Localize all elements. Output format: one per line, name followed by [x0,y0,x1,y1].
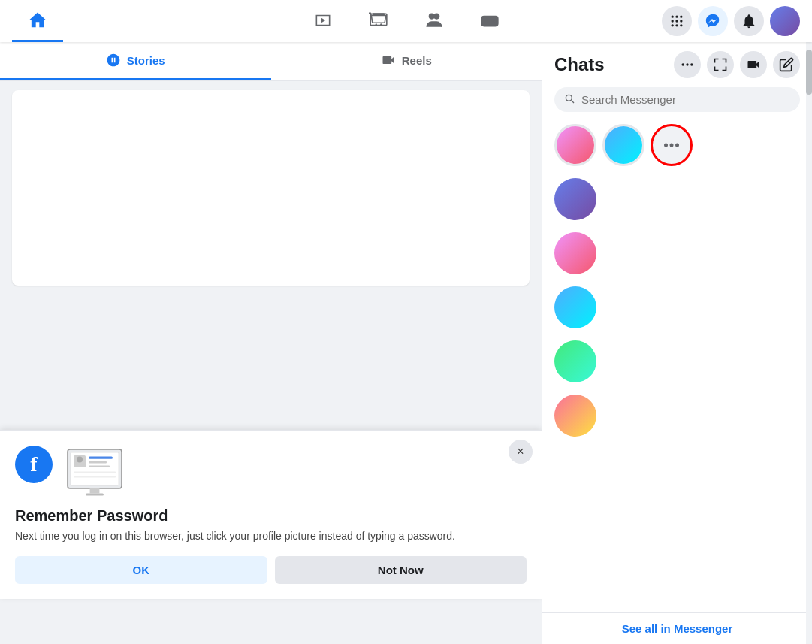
nav-tab-marketplace[interactable] [354,0,403,42]
chats-expand-button[interactable] [707,51,734,78]
popup-description: Next time you log in on this browser, ju… [15,529,527,544]
chats-more-button[interactable] [674,51,701,78]
popup-close-button[interactable]: × [509,440,533,464]
chats-header: Chats [542,42,812,84]
svg-point-30 [690,63,693,65]
apps-menu-button[interactable] [662,6,692,36]
chat-avatar-1 [554,178,596,220]
monitor-illustration [65,446,125,498]
feed-card [12,90,530,286]
svg-point-31 [664,144,668,147]
svg-point-20 [77,457,83,463]
reels-tab-label: Reels [402,54,432,67]
chat-item[interactable] [542,172,812,226]
chat-item[interactable] [542,389,812,443]
ok-button[interactable]: OK [15,556,267,584]
story-circle-1[interactable] [554,124,596,166]
tab-stories[interactable]: Stories [0,42,271,80]
svg-point-14 [672,24,674,26]
search-input[interactable] [554,87,800,112]
chats-compose-button[interactable] [773,51,800,78]
popup-title: Remember Password [15,507,527,525]
popup-buttons: OK Not Now [15,556,527,584]
svg-point-11 [672,20,674,22]
scrollbar-thumb[interactable] [806,50,812,95]
svg-point-3 [429,14,434,18]
see-all-messenger-button[interactable]: See all in Messenger [542,612,812,644]
svg-rect-27 [86,494,104,496]
story-circles-row [542,118,812,172]
nav-tab-home[interactable] [12,0,63,42]
chat-avatar-2 [554,232,596,274]
not-now-button[interactable]: Not Now [275,556,527,584]
chats-title: Chats [554,54,668,75]
facebook-logo: f [15,446,53,483]
chat-list [542,172,812,612]
svg-point-32 [670,144,674,147]
svg-point-8 [672,16,674,18]
svg-point-10 [680,16,682,18]
chats-sidebar: Chats [542,42,812,644]
chat-avatar-4 [554,340,596,382]
svg-point-33 [675,144,679,147]
feed-area: Stories Reels × f [0,42,542,644]
nav-left [12,0,63,42]
stories-reels-tabs: Stories Reels [0,42,542,81]
tab-reels[interactable]: Reels [271,42,542,80]
search-wrapper [554,87,800,112]
nav-tab-gaming[interactable] [465,0,515,42]
story-circle-more[interactable] [651,124,693,166]
svg-rect-22 [89,461,107,463]
svg-point-12 [675,20,678,22]
nav-right [662,6,800,36]
top-navigation [0,0,812,42]
nav-center [298,0,515,42]
svg-point-13 [680,20,682,22]
svg-rect-26 [90,488,100,493]
chat-avatar-5 [554,395,596,437]
svg-point-15 [675,24,678,26]
profile-avatar[interactable] [770,6,800,36]
svg-point-16 [680,24,682,26]
chat-avatar-3 [554,286,596,328]
svg-point-4 [434,14,439,18]
svg-point-7 [494,21,495,23]
svg-rect-23 [89,466,110,467]
chat-item[interactable] [542,280,812,334]
chat-item[interactable] [542,334,812,389]
chat-item[interactable] [542,226,812,280]
popup-header: f [15,446,527,498]
svg-point-29 [686,63,688,65]
stories-tab-label: Stories [127,54,165,67]
svg-rect-21 [89,457,113,459]
scrollbar-track[interactable] [806,42,812,644]
remember-password-popup: × f [0,430,542,599]
popup-content: Remember Password Next time you log in o… [15,507,527,544]
chats-video-button[interactable] [740,51,767,78]
main-content: Stories Reels × f [0,42,812,644]
svg-rect-24 [74,472,116,473]
notifications-button[interactable] [734,6,764,36]
nav-tab-watch[interactable] [298,0,348,42]
svg-rect-25 [74,476,116,478]
svg-point-6 [492,19,494,20]
svg-point-9 [675,16,678,18]
search-icon [563,92,575,107]
story-circle-2[interactable] [602,124,644,166]
nav-tab-groups[interactable] [409,0,459,42]
messenger-button[interactable] [698,6,728,36]
svg-point-28 [682,63,684,65]
